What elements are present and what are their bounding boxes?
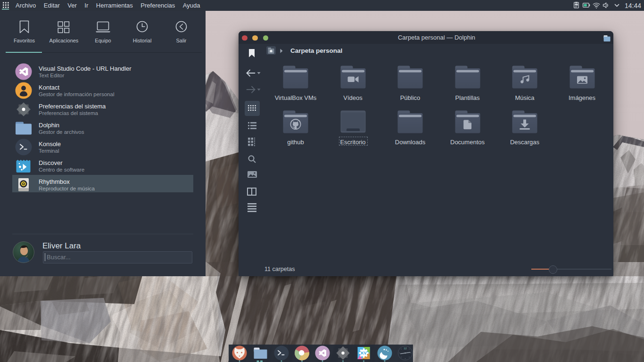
svg-text:KV: KV [361,351,367,355]
svg-text:12: 12 [404,347,407,350]
